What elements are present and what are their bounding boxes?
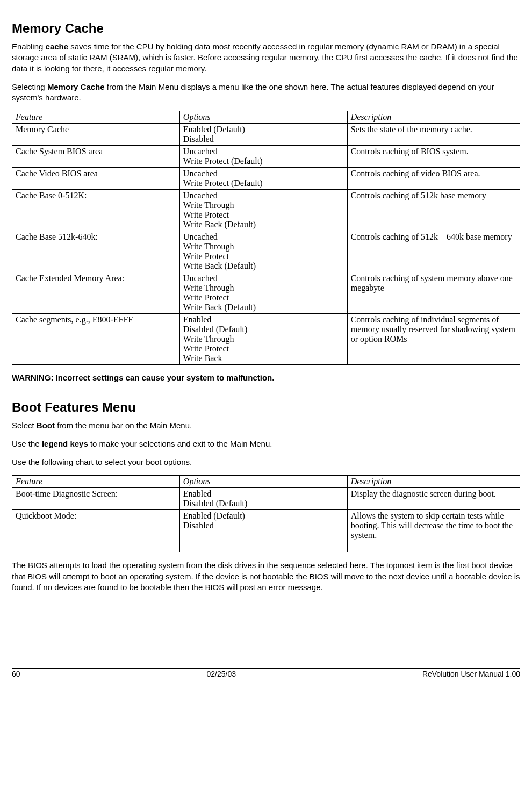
cell-feature: Cache segments, e.g., E800-EFFF bbox=[12, 314, 180, 365]
cell-feature: Boot-time Diagnostic Screen: bbox=[12, 488, 180, 510]
closing-paragraph: The BIOS attempts to load the operating … bbox=[12, 560, 520, 593]
table-row: Boot-time Diagnostic Screen:EnabledDisab… bbox=[12, 488, 520, 510]
cell-options: UncachedWrite Protect (Default) bbox=[179, 168, 347, 190]
cell-description: Controls caching of BIOS system. bbox=[347, 146, 520, 168]
option-line: Disabled (Default) bbox=[183, 325, 344, 334]
table-row: Memory CacheEnabled (Default)DisabledSet… bbox=[12, 124, 520, 146]
cell-description: Controls caching of 512k – 640k base mem… bbox=[347, 231, 520, 272]
table-row: Cache Extended Memory Area:UncachedWrite… bbox=[12, 272, 520, 314]
boot-paragraph-2: Use the legend keys to make your selecti… bbox=[12, 439, 520, 449]
cell-options: UncachedWrite Protect (Default) bbox=[179, 146, 347, 168]
option-line: Uncached bbox=[183, 232, 344, 242]
text: Enabling bbox=[12, 42, 46, 51]
option-line: Write Protect bbox=[183, 252, 344, 261]
memory-cache-table: Feature Options Description Memory Cache… bbox=[12, 111, 520, 365]
cell-options: UncachedWrite ThroughWrite ProtectWrite … bbox=[179, 190, 347, 231]
option-line: Write Back bbox=[183, 354, 344, 363]
intro-paragraph-2: Selecting Memory Cache from the Main Men… bbox=[12, 82, 520, 104]
text: Use the bbox=[12, 439, 42, 448]
col-description: Description bbox=[347, 111, 520, 124]
warning-text: WARNING: Incorrect settings can cause yo… bbox=[12, 372, 520, 383]
table-row: Cache Video BIOS areaUncachedWrite Prote… bbox=[12, 168, 520, 190]
table-header-row: Feature Options Description bbox=[12, 111, 520, 124]
option-line: Write Back (Default) bbox=[183, 220, 344, 229]
boot-paragraph-3: Use the following chart to select your b… bbox=[12, 457, 520, 468]
cell-feature: Cache Video BIOS area bbox=[12, 168, 180, 190]
cell-feature: Quickboot Mode: bbox=[12, 510, 180, 552]
option-line: Write Protect bbox=[183, 210, 344, 220]
option-line: Write Protect bbox=[183, 293, 344, 303]
cell-description: Controls caching of 512k base memory bbox=[347, 190, 520, 231]
page-number: 60 bbox=[12, 670, 20, 678]
option-line: Enabled bbox=[183, 489, 344, 499]
option-line: Write Through bbox=[183, 242, 344, 252]
option-line: Disabled bbox=[183, 521, 344, 530]
text: saves time for the CPU by holding data m… bbox=[12, 42, 518, 73]
cell-feature: Memory Cache bbox=[12, 124, 180, 146]
text: from the menu bar on the Main Menu. bbox=[55, 421, 192, 430]
page-footer: 60 02/25/03 ReVolution User Manual 1.00 bbox=[12, 668, 520, 678]
option-line: Write Back (Default) bbox=[183, 261, 344, 271]
text: Select bbox=[12, 421, 37, 430]
table-row: Cache System BIOS areaUncachedWrite Prot… bbox=[12, 146, 520, 168]
option-line: Enabled (Default) bbox=[183, 125, 344, 134]
option-line: Uncached bbox=[183, 274, 344, 283]
cell-description: Controls caching of video BIOS area. bbox=[347, 168, 520, 190]
table-row: Cache segments, e.g., E800-EFFFEnabledDi… bbox=[12, 314, 520, 365]
option-line: Write Protect (Default) bbox=[183, 156, 344, 166]
footer-manual: ReVolution User Manual 1.00 bbox=[422, 670, 520, 678]
cell-description: Controls caching of system memory above … bbox=[347, 272, 520, 314]
bold-cache: cache bbox=[46, 42, 69, 51]
footer-date: 02/25/03 bbox=[206, 670, 236, 678]
cell-feature: Cache Base 512k-640k: bbox=[12, 231, 180, 272]
boot-paragraph-1: Select Boot from the menu bar on the Mai… bbox=[12, 420, 520, 431]
option-line: Disabled (Default) bbox=[183, 499, 344, 508]
option-line: Write Through bbox=[183, 334, 344, 344]
option-line: Uncached bbox=[183, 169, 344, 178]
cell-options: Enabled (Default)Disabled bbox=[179, 124, 347, 146]
cell-options: EnabledDisabled (Default)Write ThroughWr… bbox=[179, 314, 347, 365]
option-line: Write Protect bbox=[183, 344, 344, 354]
bold-legend-keys: legend keys bbox=[42, 439, 88, 448]
intro-paragraph-1: Enabling cache saves time for the CPU by… bbox=[12, 41, 520, 74]
cell-description: Sets the state of the memory cache. bbox=[347, 124, 520, 146]
cell-options: Enabled (Default)Disabled bbox=[179, 510, 347, 552]
table-row: Cache Base 512k-640k:UncachedWrite Throu… bbox=[12, 231, 520, 272]
option-line: Uncached bbox=[183, 147, 344, 156]
table-header-row: Feature Options Description bbox=[12, 476, 520, 488]
cell-feature: Cache Base 0-512K: bbox=[12, 190, 180, 231]
boot-features-table: Feature Options Description Boot-time Di… bbox=[12, 475, 520, 552]
option-line: Disabled bbox=[183, 134, 344, 144]
top-rule bbox=[12, 11, 520, 11]
cell-options: UncachedWrite ThroughWrite ProtectWrite … bbox=[179, 272, 347, 314]
cell-feature: Cache System BIOS area bbox=[12, 146, 180, 168]
option-line: Enabled (Default) bbox=[183, 511, 344, 521]
bold-memory-cache: Memory Cache bbox=[47, 82, 105, 91]
cell-feature: Cache Extended Memory Area: bbox=[12, 272, 180, 314]
option-line: Write Protect (Default) bbox=[183, 178, 344, 188]
option-line: Uncached bbox=[183, 191, 344, 200]
heading-boot-features: Boot Features Menu bbox=[12, 400, 520, 415]
col-options: Options bbox=[179, 476, 347, 488]
table-row: Quickboot Mode:Enabled (Default)Disabled… bbox=[12, 510, 520, 552]
option-line: Write Through bbox=[183, 283, 344, 293]
text: to make your selections and exit to the … bbox=[88, 439, 272, 448]
cell-description: Controls caching of individual segments … bbox=[347, 314, 520, 365]
bold-boot: Boot bbox=[37, 421, 55, 430]
cell-description: Allows the system to skip certain tests … bbox=[347, 510, 520, 552]
cell-options: UncachedWrite ThroughWrite ProtectWrite … bbox=[179, 231, 347, 272]
col-description: Description bbox=[347, 476, 520, 488]
col-feature: Feature bbox=[12, 476, 180, 488]
cell-description: Display the diagnostic screen during boo… bbox=[347, 488, 520, 510]
col-feature: Feature bbox=[12, 111, 180, 124]
option-line: Write Through bbox=[183, 200, 344, 210]
table-row: Cache Base 0-512K:UncachedWrite ThroughW… bbox=[12, 190, 520, 231]
col-options: Options bbox=[179, 111, 347, 124]
option-line: Enabled bbox=[183, 315, 344, 325]
text: Selecting bbox=[12, 82, 47, 91]
heading-memory-cache: Memory Cache bbox=[12, 21, 520, 36]
option-line: Write Back (Default) bbox=[183, 303, 344, 312]
cell-options: EnabledDisabled (Default) bbox=[179, 488, 347, 510]
